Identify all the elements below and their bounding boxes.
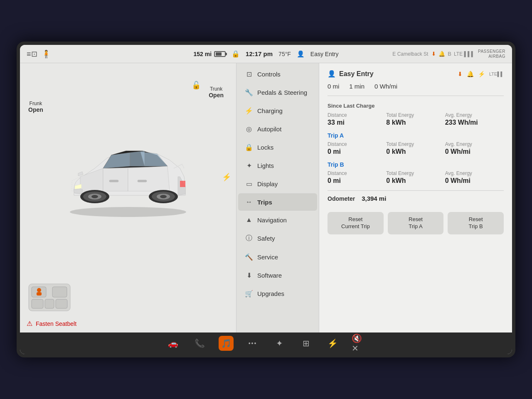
- profile-label[interactable]: Easy Entry: [310, 51, 339, 57]
- odometer-value: 3,394 mi: [362, 195, 386, 202]
- svg-rect-18: [37, 292, 42, 296]
- screen-bezel: ≡⊡ 🧍 152 mi 🔒 12:17 pm 75°F 👤 Easy Entry: [17, 42, 515, 357]
- slc-distance-col: Distance 33 mi: [328, 112, 386, 126]
- top-bar-left: ≡⊡ 🧍: [27, 49, 186, 59]
- trip-b-distance-label: Distance: [328, 170, 386, 176]
- trunk-lock-icon[interactable]: 🔓: [192, 81, 201, 90]
- signal-icon: LTE ▌▌▌: [454, 51, 475, 57]
- upgrades-icon: 🛒: [245, 290, 253, 298]
- trip-b-energy-col: Total Energy 0 kWh: [386, 170, 445, 185]
- lock-icon[interactable]: 🔒: [232, 50, 240, 58]
- screen: ≡⊡ 🧍 152 mi 🔒 12:17 pm 75°F 👤 Easy Entry: [20, 45, 512, 354]
- seatbelt-text: Fasten Seatbelt: [36, 320, 76, 327]
- trip-a-distance-value: 0 mi: [328, 148, 386, 155]
- menu-item-locks[interactable]: 🔒 Locks: [238, 138, 317, 156]
- easy-entry-title: 👤 Easy Entry: [328, 70, 374, 78]
- trip-a-stats: Distance 0 mi Total Energy 0 kWh Avg. En…: [328, 141, 504, 155]
- seatbelt-icon: 🧍: [42, 49, 51, 59]
- software-icon: ⬇: [245, 271, 253, 279]
- bottom-volume-button[interactable]: 🔇 ✕: [352, 336, 367, 351]
- panel-title: Easy Entry: [339, 70, 374, 78]
- svg-point-17: [37, 288, 41, 292]
- bottom-bar: 🚗 📞 🎵 ••• ✦ ⊞ ⚡ 🔇 ✕: [20, 332, 512, 354]
- controls-label: Controls: [257, 71, 281, 78]
- right-panel-header: 👤 Easy Entry ⬇ 🔔 ⚡ LTE▌▌: [328, 70, 504, 78]
- car-image: [57, 127, 199, 218]
- since-last-charge-title: Since Last Charge: [328, 103, 504, 109]
- reset-trip-b-button[interactable]: ResetTrip B: [448, 212, 504, 234]
- menu-item-charging[interactable]: ⚡ Charging: [238, 102, 317, 120]
- slc-energy-value: 8 kWh: [386, 119, 445, 126]
- passenger-airbag-label: PASSENGERAIRBAG: [478, 49, 505, 59]
- svg-rect-1: [109, 180, 118, 182]
- header-bt-icon[interactable]: ⚡: [478, 71, 485, 77]
- svg-point-0: [70, 207, 186, 217]
- menu-item-upgrades[interactable]: 🛒 Upgrades: [238, 285, 317, 303]
- slc-avg-label: Avg. Energy: [445, 112, 504, 118]
- trip-a-energy-col: Total Energy 0 kWh: [386, 141, 445, 155]
- trip-a-avg-value: 0 Wh/mi: [445, 148, 504, 155]
- frunk-label: Frunk Open: [28, 101, 43, 113]
- profile-icon: 👤: [297, 50, 305, 58]
- menu-item-pedals[interactable]: 🔧 Pedals & Steering: [238, 84, 317, 101]
- right-panel: 👤 Easy Entry ⬇ 🔔 ⚡ LTE▌▌ 0 mi 1 min 0 Wh…: [319, 63, 512, 332]
- quick-time: 1 min: [349, 83, 365, 90]
- trip-a-avg-col: Avg. Energy 0 Wh/mi: [445, 141, 504, 155]
- reset-current-trip-button[interactable]: ResetCurrent Trip: [328, 212, 384, 234]
- menu-item-service[interactable]: 🔨 Service: [238, 248, 317, 266]
- svg-rect-15: [45, 299, 54, 308]
- car-visual-area: Frunk Open Trunk Open 🔓 ⚡: [20, 63, 236, 282]
- menu-item-navigation[interactable]: ▲ Navigation: [238, 211, 317, 229]
- bottom-grid-button[interactable]: ⊞: [298, 336, 313, 351]
- service-icon: 🔨: [245, 253, 253, 261]
- trip-a-label: Trip A: [328, 132, 504, 139]
- autopilot-icon: ◎: [245, 125, 253, 133]
- menu-item-lights[interactable]: ✦ Lights: [238, 157, 317, 175]
- lights-label: Lights: [257, 162, 274, 169]
- trip-b-avg-col: Avg. Energy 0 Wh/mi: [445, 170, 504, 185]
- bottom-car-button[interactable]: 🚗: [165, 336, 180, 351]
- locks-icon: 🔒: [245, 143, 253, 151]
- reset-trip-a-button[interactable]: ResetTrip A: [388, 212, 444, 234]
- alert-icon: ⚠: [27, 320, 32, 328]
- safety-icon: ⓘ: [245, 234, 253, 243]
- trip-a-energy-value: 0 kWh: [386, 148, 445, 155]
- menu-item-trips[interactable]: ↔ Trips: [238, 193, 317, 211]
- bottom-game-button[interactable]: ✦: [272, 336, 287, 351]
- menu-item-safety[interactable]: ⓘ Safety: [238, 229, 317, 248]
- trunk-status: Open: [209, 92, 224, 99]
- header-signal-icon: LTE▌▌: [489, 71, 504, 76]
- menu-item-controls[interactable]: ⊡ Controls: [238, 65, 317, 83]
- header-bell-icon[interactable]: 🔔: [467, 71, 474, 77]
- trip-a-energy-label: Total Energy: [386, 141, 445, 147]
- trip-b-avg-value: 0 Wh/mi: [445, 177, 504, 185]
- svg-point-6: [91, 195, 98, 198]
- slc-avg-value: 233 Wh/mi: [445, 119, 504, 126]
- display-label: Display: [257, 180, 278, 187]
- download-icon[interactable]: ⬇: [431, 51, 436, 57]
- range-value: 152 mi: [193, 51, 212, 57]
- trunk-label: Trunk Open: [209, 86, 224, 99]
- menu-item-software[interactable]: ⬇ Software: [238, 266, 317, 284]
- top-bar-right: E Camelback St ⬇ 🔔 B LTE ▌▌▌ PASSENGERAI…: [346, 49, 505, 59]
- trip-b-label: Trip B: [328, 161, 504, 168]
- bottom-dots-button[interactable]: •••: [245, 336, 260, 351]
- trip-a-distance-label: Distance: [328, 141, 386, 147]
- menu-icon[interactable]: ≡⊡: [27, 49, 37, 59]
- bluetooth-icon[interactable]: B: [448, 51, 451, 57]
- battery-fill: [216, 52, 222, 56]
- since-last-charge-stats: Distance 33 mi Total Energy 8 kWh Avg. E…: [328, 112, 504, 126]
- seatbelt-alert: ⚠ Fasten Seatbelt: [20, 316, 236, 332]
- trip-b-distance-value: 0 mi: [328, 177, 386, 185]
- pedals-label: Pedals & Steering: [257, 89, 307, 96]
- header-download-icon[interactable]: ⬇: [458, 71, 463, 77]
- bottom-bluetooth-button[interactable]: ⚡: [325, 336, 340, 351]
- menu-item-display[interactable]: ▭ Display: [238, 175, 317, 193]
- bottom-phone-button[interactable]: 📞: [192, 336, 207, 351]
- menu-item-autopilot[interactable]: ◎ Autopilot: [238, 120, 317, 138]
- battery-tip: [226, 53, 227, 55]
- bell-icon[interactable]: 🔔: [438, 51, 445, 57]
- bottom-music-button[interactable]: 🎵: [219, 336, 234, 351]
- quick-energy: 0 Wh/mi: [374, 83, 397, 90]
- trip-b-section: Trip B Distance 0 mi Total Energy 0 kWh …: [328, 161, 504, 185]
